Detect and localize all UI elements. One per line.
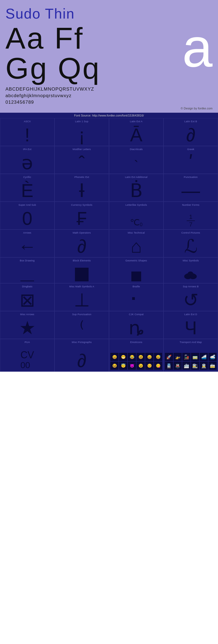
glyph-char-geoshapes xyxy=(131,272,141,281)
glyph-label-miscpict: Misc Pictographs xyxy=(55,341,109,344)
hero-section: Sudo Thin Aa Ff Gg Qq a ABCDEFGHIJKLMNOP… xyxy=(0,0,218,118)
font-big-letter: a xyxy=(182,20,213,75)
glyph-label-braille: Braille xyxy=(109,285,163,288)
glyph-label-controlpics: Control Pictures xyxy=(164,231,218,234)
glyph-cell-cyrillic: Cyrillic È xyxy=(0,174,55,202)
glyph-label-suppunct: Sup Punctuation xyxy=(55,313,109,316)
glyph-char-latinextb: ∂ xyxy=(186,126,195,144)
glyph-char-misctechnical: ⌂ xyxy=(131,237,142,255)
credit-text: © Design by fontke.com xyxy=(5,107,213,110)
glyph-label-latinextadd: Latin Ext Additional xyxy=(109,176,163,178)
glyph-label-cyrillic: Cyrillic xyxy=(0,176,54,178)
glyph-char-ascii: ! xyxy=(25,126,30,144)
glyph-char-cjkcompat: ȵ xyxy=(129,318,144,337)
glyph-cell-cjkcompat: CJK Compat ȵ xyxy=(109,311,164,339)
glyph-char-greek: ʹ xyxy=(188,153,193,172)
glyph-label-latinextd: Latin Ext D xyxy=(164,313,218,316)
glyph-label-ipaext: IPA Ext xyxy=(0,148,54,151)
glyph-cell-currencysymbols: Currency Symbols ₣ xyxy=(55,202,109,229)
glyph-label-blockelements: Block Elements xyxy=(55,259,109,262)
glyph-char-latinexta: Ā xyxy=(130,126,142,144)
glyph-char-ipaext: ə xyxy=(22,153,33,172)
glyph-cell-greek: Greek ʹ xyxy=(164,146,218,174)
glyph-label-greek: Greek xyxy=(164,148,218,151)
glyph-char-punctuation1: — xyxy=(181,181,200,200)
glyph-label-emoticons: Emoticons xyxy=(109,341,163,344)
glyph-cell-miscsymbols: Misc Symbols xyxy=(164,257,218,283)
glyph-cell-ascii: ASCII ! xyxy=(0,118,55,146)
glyph-cell-latinextb: Latin Ext B ∂ xyxy=(164,118,218,146)
glyph-cell-arrows: Arrows ← xyxy=(0,229,55,257)
glyph-label-mathops: Math Operators xyxy=(55,231,109,234)
digit-alphabet: 0123456789 xyxy=(5,99,213,106)
glyph-cell-boxdrawing: Box Drawing xyxy=(0,257,55,283)
glyph-label-cjkcompat: CJK Compat xyxy=(109,313,163,316)
glyph-cell-latinextd: Latin Ext D Ч xyxy=(164,311,218,339)
glyph-char-superandsub: 0 xyxy=(22,209,32,228)
glyph-char-modletters: ˆ xyxy=(79,153,85,172)
glyph-label-letterlike: Letterlike Symbols xyxy=(109,204,163,206)
glyph-cell-latin1sup: Latin 1 Sup ¡ xyxy=(55,118,109,146)
glyph-cell-transport: Transport And Map 🚀 🚁 🚂 🚃 🚄 🚅 🚆 🚇 🚈 🚉 🚊 … xyxy=(164,339,218,372)
glyph-cell-ipaext: IPA Ext ə xyxy=(0,146,55,174)
glyph-label-currencysymbols: Currency Symbols xyxy=(55,204,109,206)
glyph-cell-punctuation1: Punctuation — xyxy=(164,174,218,202)
glyph-char-arrows: ← xyxy=(18,237,37,255)
font-letters-row2: Gg Qq xyxy=(5,53,182,83)
glyph-cell-latinextadd: Latin Ext Additional Ḃ xyxy=(109,174,164,202)
glyph-cell-dingbats: Dingbats ⊠ xyxy=(0,283,55,311)
glyph-char-pua: CV00 xyxy=(20,350,34,370)
glyph-label-punctuation1: Punctuation xyxy=(164,176,218,178)
glyph-cell-controlpics: Control Pictures ℒ xyxy=(164,229,218,257)
glyph-cell-suppunct: Sup Punctuation ⁽ xyxy=(55,311,109,339)
glyph-char-currencysymbols: ₣ xyxy=(77,209,87,228)
glyph-char-mathops: ∂ xyxy=(77,237,86,255)
glyph-char-boxdrawing xyxy=(20,281,34,281)
glyph-cell-latinexta: Latin Ext A Ā xyxy=(109,118,164,146)
glyph-char-dingbats: ⊠ xyxy=(20,291,35,309)
glyph-char-suparrowsb: ↺ xyxy=(183,291,199,309)
glyph-cell-letterlike: Letterlike Symbols ℃0 xyxy=(109,202,164,229)
glyph-label-pua: PUA xyxy=(0,341,54,344)
glyph-char-phoneticext: Ɨ xyxy=(79,181,84,200)
hero-background: Sudo Thin Aa Ff Gg Qq a ABCDEFGHIJKLMNOP… xyxy=(0,0,218,113)
glyph-cell-mathops: Math Operators ∂ xyxy=(55,229,109,257)
glyph-cell-superandsub: Super And Sub 0 xyxy=(0,202,55,229)
glyph-cell-braille: Braille ⠂ xyxy=(109,283,164,311)
glyph-label-misctechnical: Misc Technical xyxy=(109,231,163,234)
glyph-label-miscsymbols: Misc Symbols xyxy=(164,259,218,262)
glyph-label-numberforms: Number Forms xyxy=(164,204,218,206)
lowercase-alphabet: abcdefghijklmnopqrstuvwxyz xyxy=(5,93,213,99)
glyph-cell-miscmathsyma: Misc Math Symbols A ⊥ xyxy=(55,283,109,311)
glyph-char-latinextd: Ч xyxy=(184,318,197,337)
glyph-label-miscmathsyma: Misc Math Symbols A xyxy=(55,285,109,288)
glyph-label-dingbats: Dingbats xyxy=(0,285,54,288)
glyph-label-latinextb: Latin Ext B xyxy=(164,120,218,123)
svg-point-5 xyxy=(188,272,193,276)
glyph-char-transport: 🚀 🚁 🚂 🚃 🚄 🚅 🚆 🚇 🚈 🚉 🚊 🚋 xyxy=(165,353,217,370)
glyph-label-geoshapes: Geometric Shapes xyxy=(109,259,163,262)
glyph-label-ascii: ASCII xyxy=(0,120,54,123)
glyph-label-latin1sup: Latin 1 Sup xyxy=(55,120,109,123)
glyph-char-cyrillic: È xyxy=(21,181,33,200)
glyph-cell-modletters: Modifier Letters ˆ xyxy=(55,146,109,174)
glyph-label-arrows: Arrows xyxy=(0,231,54,234)
font-letters-row1: Aa Ff xyxy=(5,23,182,53)
glyph-label-boxdrawing: Box Drawing xyxy=(0,259,54,262)
glyph-char-diacriticals: ` xyxy=(134,159,138,172)
glyph-char-latin1sup: ¡ xyxy=(79,126,85,144)
glyph-cell-emoticons: Emoticons 😀 😁 😂 😃 😄 😅 😆 😇 😈 😉 😊 😋 xyxy=(109,339,164,372)
font-title: Sudo Thin xyxy=(5,5,213,22)
glyph-cell-numberforms: Number Forms 1 7 xyxy=(164,202,218,229)
glyph-grid: ASCII ! Latin 1 Sup ¡ Latin Ext A Ā Lati… xyxy=(0,118,218,372)
glyph-cell-suparrowsb: Sup Arrows B ↺ xyxy=(164,283,218,311)
glyph-label-diacriticals: Diacriticals xyxy=(109,148,163,151)
glyph-char-braille: ⠂ xyxy=(129,291,143,309)
glyph-cell-miscarrows: Misc Arrows ★ xyxy=(0,311,55,339)
glyph-label-latinexta: Latin Ext A xyxy=(109,120,163,123)
glyph-label-phoneticext: Phonetic Ext xyxy=(55,176,109,178)
glyph-cell-pua: PUA CV00 xyxy=(0,339,55,372)
glyph-label-superandsub: Super And Sub xyxy=(0,204,54,206)
alphabet-section: ABCDEFGHIJKLMNOPQRSTUVWXYZ abcdefghijklm… xyxy=(5,86,213,105)
glyph-char-emoticons: 😀 😁 😂 😃 😄 😅 😆 😇 😈 😉 😊 😋 xyxy=(110,353,162,370)
